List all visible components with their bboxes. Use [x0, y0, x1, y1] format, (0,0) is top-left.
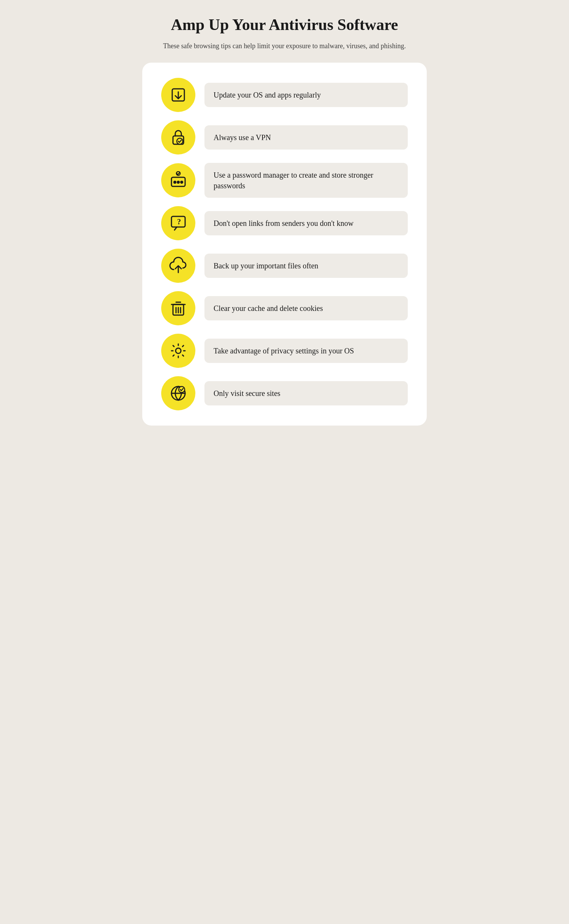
globe-check-icon [161, 376, 195, 410]
message-question-icon: ? [161, 206, 195, 240]
svg-point-7 [178, 181, 179, 183]
tip-item-use-vpn: Always use a VPN [161, 120, 408, 155]
tip-item-password-manager: Use a password manager to create and sto… [161, 163, 408, 198]
tip-label-password-manager: Use a password manager to create and sto… [204, 163, 408, 198]
tip-label-secure-sites: Only visit secure sites [204, 381, 408, 405]
svg-text:?: ? [177, 218, 181, 226]
tip-item-no-unknown-links: ? Don't open links from senders you don'… [161, 206, 408, 240]
tip-label-privacy-settings: Take advantage of privacy settings in yo… [204, 339, 408, 363]
gear-icon [161, 334, 195, 368]
main-title: Amp Up Your Antivirus Software [150, 15, 419, 34]
cloud-upload-icon [161, 249, 195, 283]
tip-label-update-os: Update your OS and apps regularly [204, 83, 408, 107]
tip-item-secure-sites: Only visit secure sites [161, 376, 408, 410]
lock-check-icon [161, 120, 195, 155]
tip-label-clear-cache: Clear your cache and delete cookies [204, 296, 408, 320]
tip-item-privacy-settings: Take advantage of privacy settings in yo… [161, 334, 408, 368]
download-icon [161, 78, 195, 112]
svg-point-6 [174, 181, 176, 183]
svg-point-19 [176, 348, 181, 353]
tip-item-backup-files: Back up your important files often [161, 249, 408, 283]
svg-point-8 [181, 181, 183, 183]
subtitle: These safe browsing tips can help limit … [150, 41, 419, 51]
password-icon [161, 163, 195, 197]
tip-item-update-os: Update your OS and apps regularly [161, 78, 408, 112]
tip-label-use-vpn: Always use a VPN [204, 125, 408, 150]
tip-label-no-unknown-links: Don't open links from senders you don't … [204, 211, 408, 235]
tips-card: Update your OS and apps regularly Always… [142, 63, 427, 426]
page-container: Amp Up Your Antivirus Software These saf… [142, 15, 427, 426]
header-section: Amp Up Your Antivirus Software These saf… [142, 15, 427, 51]
tip-item-clear-cache: Clear your cache and delete cookies [161, 291, 408, 325]
tip-label-backup-files: Back up your important files often [204, 254, 408, 278]
trash-icon [161, 291, 195, 325]
